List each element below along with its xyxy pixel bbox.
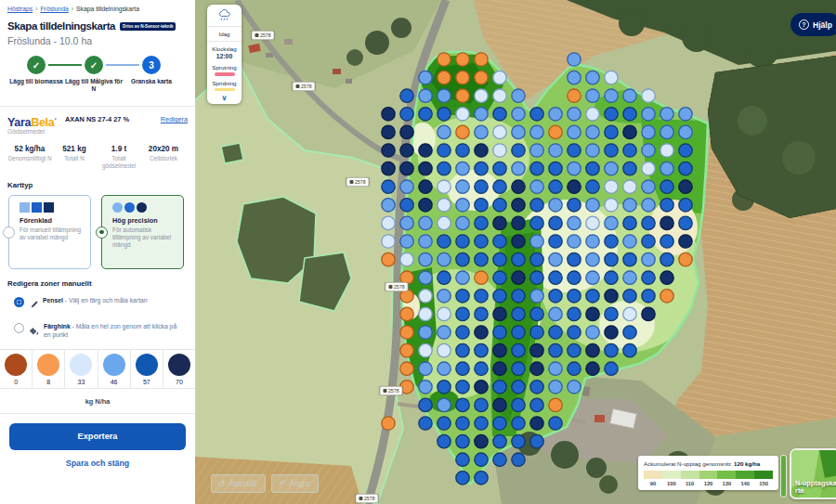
rate-dot[interactable] (605, 290, 618, 303)
save-close-link[interactable]: Spara och stäng (7, 459, 188, 468)
rate-dot[interactable] (586, 343, 599, 356)
rate-dot[interactable] (586, 199, 599, 212)
rate-dot[interactable] (586, 290, 599, 303)
rate-dot[interactable] (456, 235, 469, 248)
rate-dot[interactable] (642, 125, 655, 138)
rate-dot[interactable] (419, 271, 432, 284)
rate-dot[interactable] (438, 271, 451, 284)
breadcrumb-item[interactable]: Höstraps (7, 6, 33, 12)
rate-dot[interactable] (493, 271, 506, 284)
rate-dot[interactable] (568, 271, 581, 284)
rate-dot[interactable] (586, 235, 599, 248)
rate-dot[interactable] (605, 307, 618, 320)
rate-dot[interactable] (623, 216, 636, 229)
rate-dot[interactable] (605, 235, 618, 248)
rate-dot[interactable] (512, 343, 525, 356)
rate-dot[interactable] (642, 290, 655, 303)
rate-dot[interactable] (493, 417, 506, 430)
rate-dot[interactable] (623, 343, 636, 356)
rate-dot[interactable] (512, 180, 525, 193)
rate-dot[interactable] (419, 199, 432, 212)
rate-dot[interactable] (679, 125, 692, 138)
rate-dot[interactable] (568, 307, 581, 320)
rate-dot[interactable] (679, 216, 692, 229)
rate-dot[interactable] (419, 89, 432, 102)
step-3[interactable]: 3Granska karta (123, 56, 180, 93)
rate-dot[interactable] (623, 326, 636, 339)
palette-swatch-8[interactable]: 8 (33, 350, 65, 388)
rate-dot[interactable] (586, 125, 599, 138)
export-button[interactable]: Exportera (9, 423, 186, 450)
rate-dot[interactable] (438, 417, 451, 430)
rate-dot[interactable] (512, 326, 525, 339)
rate-dot[interactable] (456, 326, 469, 339)
rate-dot[interactable] (419, 417, 432, 430)
rate-dot[interactable] (438, 216, 451, 229)
rate-dot[interactable] (456, 162, 469, 174)
rate-dot[interactable] (456, 252, 469, 265)
rate-dot[interactable] (456, 271, 469, 284)
rate-dot[interactable] (475, 381, 488, 394)
rate-dot[interactable] (493, 235, 506, 248)
tool-färghink[interactable]: Färghink - Måla en hel zon genom att kli… (7, 322, 188, 340)
rate-dot[interactable] (400, 199, 413, 212)
rate-dot[interactable] (438, 162, 451, 174)
palette-swatch-33[interactable]: 33 (65, 350, 98, 388)
rate-dot[interactable] (568, 53, 581, 66)
rate-dot[interactable] (549, 326, 562, 339)
rate-dot[interactable] (660, 252, 673, 265)
rate-dot[interactable] (623, 307, 636, 320)
rate-dot[interactable] (475, 144, 488, 157)
rate-dot[interactable] (512, 144, 525, 157)
palette-swatch-70[interactable]: 70 (163, 350, 195, 388)
rate-dot[interactable] (586, 108, 599, 121)
rate-dot[interactable] (456, 417, 469, 430)
rate-dot[interactable] (660, 199, 673, 212)
rate-dot[interactable] (660, 125, 673, 138)
rate-dot[interactable] (512, 434, 525, 447)
rate-dot[interactable] (549, 180, 562, 193)
rate-dot[interactable] (475, 199, 488, 212)
rate-dot[interactable] (512, 362, 525, 375)
rate-dot[interactable] (493, 434, 506, 447)
rate-dot[interactable] (530, 271, 543, 284)
rate-dot[interactable] (642, 162, 655, 174)
rate-dot[interactable] (530, 235, 543, 248)
rate-dot[interactable] (642, 235, 655, 248)
rate-dot[interactable] (568, 71, 581, 84)
rate-dot[interactable] (549, 108, 562, 121)
rate-dot[interactable] (605, 71, 618, 84)
rate-dot[interactable] (493, 125, 506, 138)
rate-dot[interactable] (549, 290, 562, 303)
step-2[interactable]: ✓Lägg till Målgiva för N (65, 56, 123, 93)
step-1[interactable]: ✓Lägg till biomassa (7, 56, 65, 93)
rate-dot[interactable] (530, 108, 543, 121)
rate-dot[interactable] (382, 199, 395, 212)
rate-dot[interactable] (642, 307, 655, 320)
rate-dot[interactable] (605, 362, 618, 375)
rate-dot[interactable] (679, 252, 692, 265)
rate-dot[interactable] (382, 235, 395, 248)
rate-dot[interactable] (419, 108, 432, 121)
rate-dot[interactable] (568, 125, 581, 138)
rate-dot[interactable] (512, 381, 525, 394)
rate-dot[interactable] (493, 326, 506, 339)
rate-dot[interactable] (586, 216, 599, 229)
rate-dot[interactable] (456, 472, 469, 485)
rate-dot[interactable] (660, 162, 673, 174)
rate-dot[interactable] (660, 235, 673, 248)
rate-dot[interactable] (605, 125, 618, 138)
rate-dot[interactable] (438, 362, 451, 375)
rate-dot[interactable] (382, 252, 395, 265)
rate-dot[interactable] (642, 180, 655, 193)
rate-dot[interactable] (493, 398, 506, 411)
rate-dot[interactable] (456, 434, 469, 447)
rate-dot[interactable] (512, 252, 525, 265)
rate-dot[interactable] (400, 362, 413, 375)
rate-dot[interactable] (642, 216, 655, 229)
breadcrumb-item[interactable]: Fröslunda (40, 6, 68, 12)
rate-dot[interactable] (530, 290, 543, 303)
rate-dot[interactable] (438, 144, 451, 157)
rate-dot[interactable] (419, 343, 432, 356)
rate-dot[interactable] (400, 89, 413, 102)
